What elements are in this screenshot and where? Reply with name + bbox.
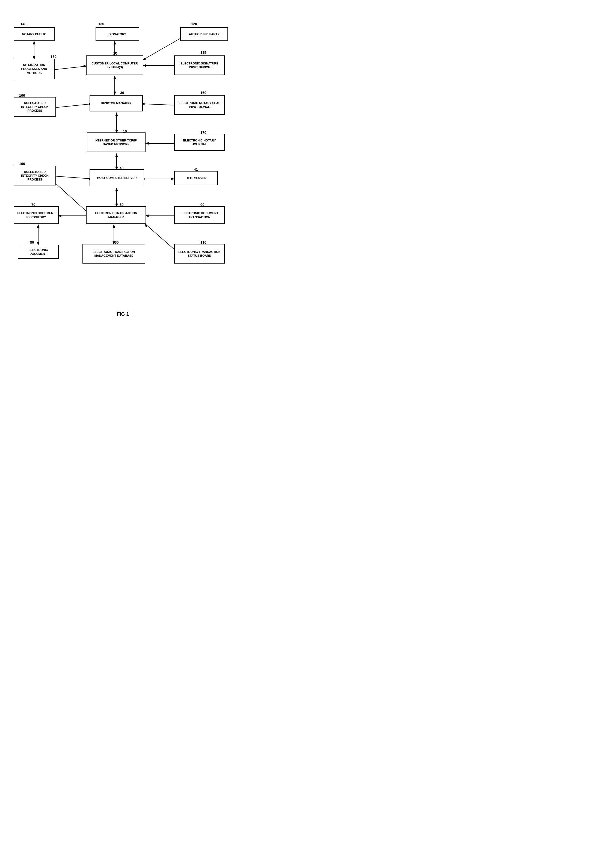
figure-caption: FIG 1 (6, 311, 240, 317)
svg-marker-6 (114, 41, 116, 44)
svg-line-45 (145, 224, 174, 249)
notarization-processes-box: NOTARIZATION PROCESSES AND METHODS (14, 59, 54, 79)
label-20: 20 (113, 51, 117, 56)
label-130: 130 (98, 22, 104, 26)
svg-marker-23 (145, 142, 148, 144)
svg-marker-13 (114, 76, 116, 79)
svg-marker-1 (33, 41, 35, 44)
electronic-doc-repo-box: ELECTRONIC DOCUMENT REPOSITORY (14, 206, 59, 224)
internet-network-box: INTERNET OR OTHER TCP/IP-BASED NETWORK (87, 132, 145, 152)
svg-marker-46 (145, 224, 147, 227)
svg-marker-14 (114, 92, 116, 95)
signatory-box: SIGNATORY (95, 27, 139, 41)
http-server-box: HTTP SERVER (174, 171, 218, 185)
label-140: 140 (21, 22, 26, 26)
label-120: 120 (191, 22, 197, 26)
label-150: 150 (50, 54, 57, 59)
svg-marker-25 (116, 154, 118, 157)
electronic-doc-transaction-box: ELECTRONIC DOCUMENT TRANSACTION (174, 206, 225, 224)
svg-marker-30 (171, 178, 174, 180)
label-30: 30 (120, 91, 124, 95)
label-135: 135 (200, 50, 207, 54)
label-160: 160 (200, 91, 207, 95)
electronic-document-box: ELECTRONIC DOCUMENT (18, 245, 59, 259)
svg-marker-40 (37, 224, 39, 228)
rules-based-top-box: RULES-BASED INTEGRITY CHECK PROCESS (14, 97, 56, 117)
authorized-party-box: AUTHORIZED PARTY (180, 27, 228, 41)
svg-line-27 (55, 176, 92, 179)
svg-line-15 (55, 104, 92, 108)
rules-based-bottom-box: RULES-BASED INTEGRITY CHECK PROCESS (14, 166, 56, 185)
electronic-notary-seal-box: ELECTRONIC NOTARY SEAL INPUT DEVICE (174, 95, 225, 115)
label-80: 80 (30, 241, 34, 245)
notary-public-box: NOTARY PUBLIC (14, 27, 54, 41)
host-computer-box: HOST COMPUTER SERVER (89, 169, 144, 186)
electronic-transaction-mgr-box: ELECTRONIC TRANSACTION MANAGER (86, 206, 146, 224)
electronic-notary-journal-box: ELECTRONIC NOTARY JOURNAL (174, 134, 225, 151)
electronic-signature-box: ELECTRONIC SIGNATURE INPUT DEVICE (174, 56, 225, 75)
customer-local-box: CUSTOMER LOCAL COMPUTER SYSTEM(S) (86, 56, 143, 75)
svg-marker-20 (116, 113, 118, 116)
desktop-manager-box: DESKTOP MANAGER (89, 95, 143, 111)
svg-line-3 (54, 66, 87, 70)
svg-marker-33 (116, 188, 118, 191)
diagram-container: 140 130 120 150 20 135 100 30 160 10 170… (6, 6, 240, 306)
electronic-transaction-status-box: ELECTRONIC TRANSACTION STATUS BOARD (174, 244, 225, 264)
svg-marker-43 (113, 224, 115, 228)
svg-line-17 (141, 104, 174, 105)
label-100-bottom: 100 (19, 162, 25, 166)
electronic-transaction-mgmt-db-box: ELECTRONIC TRANSACTION MANAGEMENT DATABA… (82, 244, 145, 264)
svg-line-47 (55, 183, 88, 213)
